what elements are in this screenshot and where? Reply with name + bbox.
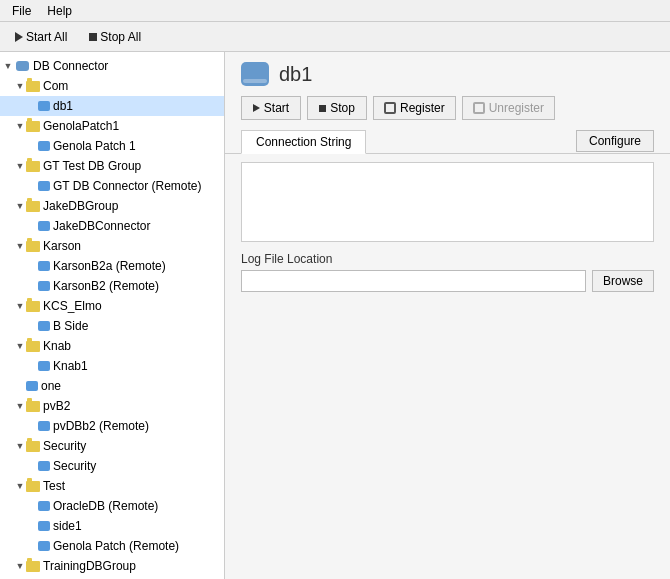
unregister-button[interactable]: Unregister: [462, 96, 555, 120]
tree-row-knab1[interactable]: Knab1: [0, 356, 224, 376]
tree-row-test[interactable]: ▼ Test: [0, 476, 224, 496]
tree-row-gt-test-db-group[interactable]: ▼ GT Test DB Group: [0, 156, 224, 176]
tree-row-genola-patch-1[interactable]: Genola Patch 1: [0, 136, 224, 156]
detail-db-icon: [241, 62, 269, 86]
knab1-icon: [38, 361, 50, 371]
tree-row-gt-db-connector[interactable]: GT DB Connector (Remote): [0, 176, 224, 196]
register-button[interactable]: Register: [373, 96, 456, 120]
start-all-button[interactable]: Start All: [6, 26, 76, 48]
tree-row-com[interactable]: ▼ Com: [0, 76, 224, 96]
tree-row-trainingdbgroup[interactable]: ▼ TrainingDBGroup: [0, 556, 224, 576]
tree-toggle-knab[interactable]: ▼: [14, 337, 26, 355]
tree-row-security-conn[interactable]: Security: [0, 456, 224, 476]
tree-row-security[interactable]: ▼ Security: [0, 436, 224, 456]
tree-toggle-jakedbgroup[interactable]: ▼: [14, 197, 26, 215]
tree-node-pvdbb2: pvDBb2 (Remote): [0, 416, 224, 436]
jakedbgroup-icon: [26, 201, 40, 212]
connection-string-input[interactable]: [242, 163, 653, 241]
tree-row-karsonb2a[interactable]: KarsonB2a (Remote): [0, 256, 224, 276]
tree-node-com: ▼ Com: [0, 76, 224, 96]
tree-row-b-side[interactable]: B Side: [0, 316, 224, 336]
tree-node-gt-db-connector: GT DB Connector (Remote): [0, 176, 224, 196]
tree-label-genola-patch-1: Genola Patch 1: [53, 137, 136, 155]
tree-toggle-test[interactable]: ▼: [14, 477, 26, 495]
tree-toggle-pvb2[interactable]: ▼: [14, 397, 26, 415]
tree-panel[interactable]: ▼ DB Connector ▼ Com db1: [0, 52, 225, 579]
start-button[interactable]: Start: [241, 96, 301, 120]
tree-node-security-conn: Security: [0, 456, 224, 476]
start-label: Start: [264, 101, 289, 115]
tree-toggle-security[interactable]: ▼: [14, 437, 26, 455]
tree-label-security-conn: Security: [53, 457, 96, 475]
tree-row-genola-patch-remote[interactable]: Genola Patch (Remote): [0, 536, 224, 556]
tree-label-trainingdbgroup: TrainingDBGroup: [43, 557, 136, 575]
connection-string-area[interactable]: [241, 162, 654, 242]
tree-row-db-connector[interactable]: ▼ DB Connector: [0, 56, 224, 76]
tree-row-oracledb[interactable]: OracleDB (Remote): [0, 496, 224, 516]
tree-node-genola-patch-remote: Genola Patch (Remote): [0, 536, 224, 556]
tree-toggle-gt-test-db-group[interactable]: ▼: [14, 157, 26, 175]
stop-all-label: Stop All: [100, 30, 141, 44]
tree-row-pvdbb2[interactable]: pvDBb2 (Remote): [0, 416, 224, 436]
karsonb2a-icon: [38, 261, 50, 271]
tree-row-knab[interactable]: ▼ Knab: [0, 336, 224, 356]
tree-row-kcs-elmo[interactable]: ▼ KCS_Elmo: [0, 296, 224, 316]
tree-row-side1[interactable]: side1: [0, 516, 224, 536]
tab-connection-string[interactable]: Connection String: [241, 130, 366, 154]
log-file-label: Log File Location: [241, 252, 654, 266]
security-conn-icon: [38, 461, 50, 471]
tree-node-karsonb2: KarsonB2 (Remote): [0, 276, 224, 296]
db1-icon: [38, 101, 50, 111]
tree-label-karsonb2a: KarsonB2a (Remote): [53, 257, 166, 275]
test-icon: [26, 481, 40, 492]
tree-toggle-trainingdbgroup[interactable]: ▼: [14, 557, 26, 575]
menu-file[interactable]: File: [4, 2, 39, 20]
toolbar: Start All Stop All: [0, 22, 670, 52]
tree-toggle-db1: [26, 97, 38, 115]
tree-row-pvb2[interactable]: ▼ pvB2: [0, 396, 224, 416]
menu-help[interactable]: Help: [39, 2, 80, 20]
tree-label-security: Security: [43, 437, 86, 455]
tree-label-db-connector: DB Connector: [33, 57, 108, 75]
tree-node-kcs-elmo: ▼ KCS_Elmo: [0, 296, 224, 316]
genola-patch-remote-icon: [38, 541, 50, 551]
stop-button[interactable]: Stop: [307, 96, 367, 120]
tree-row-genolapatch1[interactable]: ▼ GenolaPatch1: [0, 116, 224, 136]
tree-label-gt-db-connector: GT DB Connector (Remote): [53, 177, 202, 195]
tree-node-db1: db1: [0, 96, 224, 116]
tree-toggle-db-connector[interactable]: ▼: [2, 57, 14, 75]
configure-button[interactable]: Configure: [576, 130, 654, 152]
tree-row-db1[interactable]: db1: [0, 96, 224, 116]
tree-label-kcs-elmo: KCS_Elmo: [43, 297, 102, 315]
browse-button[interactable]: Browse: [592, 270, 654, 292]
tree-row-one[interactable]: one: [0, 376, 224, 396]
tree-node-side1: side1: [0, 516, 224, 536]
tree-row-jakedbgroup[interactable]: ▼ JakeDBGroup: [0, 196, 224, 216]
log-file-input[interactable]: [241, 270, 586, 292]
tree-label-test: Test: [43, 477, 65, 495]
tree-row-jakedbconnector[interactable]: JakeDBConnector: [0, 216, 224, 236]
tree-label-jakedbconnector: JakeDBConnector: [53, 217, 150, 235]
tree-toggle-karson[interactable]: ▼: [14, 237, 26, 255]
kcs-elmo-icon: [26, 301, 40, 312]
tree-node-genolapatch1: ▼ GenolaPatch1: [0, 116, 224, 136]
tree-toggle-kcs-elmo[interactable]: ▼: [14, 297, 26, 315]
title-area: db1: [225, 52, 670, 92]
tree-label-pvdbb2: pvDBb2 (Remote): [53, 417, 149, 435]
stop-icon: [89, 33, 97, 41]
tree-toggle-genolapatch1[interactable]: ▼: [14, 117, 26, 135]
tree-label-one: one: [41, 377, 61, 395]
tree-row-karsonb2[interactable]: KarsonB2 (Remote): [0, 276, 224, 296]
stop-all-button[interactable]: Stop All: [80, 26, 150, 48]
tree-node-pvb2: ▼ pvB2: [0, 396, 224, 416]
tree-toggle-com[interactable]: ▼: [14, 77, 26, 95]
tree-label-jakedbgroup: JakeDBGroup: [43, 197, 118, 215]
tree-node-genola-patch-1: Genola Patch 1: [0, 136, 224, 156]
tree-node-knab: ▼ Knab: [0, 336, 224, 356]
tree-toggle-genola-patch-remote: [26, 537, 38, 555]
tree-row-karson[interactable]: ▼ Karson: [0, 236, 224, 256]
tree-toggle-pvdbb2: [26, 417, 38, 435]
tree-toggle-knab1: [26, 357, 38, 375]
knab-icon: [26, 341, 40, 352]
tree-node-trainingdbgroup: ▼ TrainingDBGroup: [0, 556, 224, 576]
